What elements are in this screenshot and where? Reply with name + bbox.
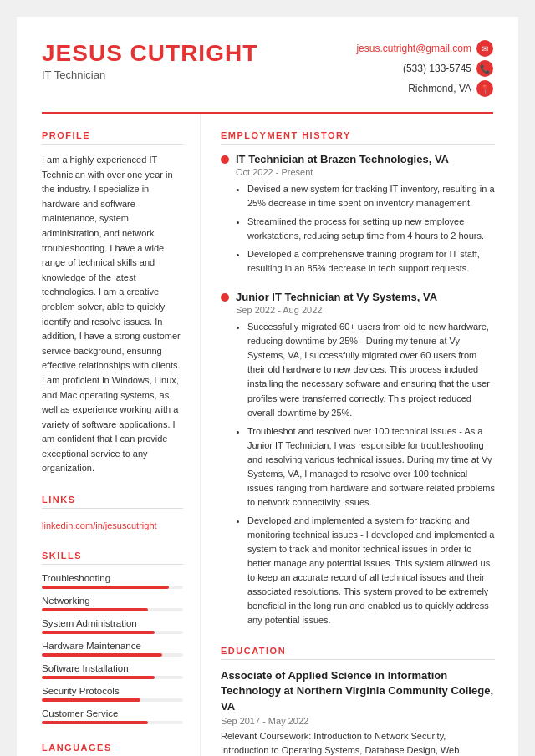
skill-bar-bg [42, 721, 183, 724]
skill-item: Troubleshooting [42, 573, 183, 589]
jobs-list: IT Technician at Brazen Technologies, VA… [221, 153, 495, 627]
bullet-item: Streamlined the process for setting up n… [247, 215, 495, 243]
job-bullets: Successfully migrated 60+ users from old… [236, 320, 495, 627]
skill-item: System Administration [42, 618, 183, 634]
candidate-title: IT Technician [42, 68, 257, 81]
skill-name: Hardware Maintenance [42, 641, 183, 651]
job-dot [221, 155, 229, 164]
candidate-name: JESUS CUTRIGHT [42, 40, 257, 67]
job-title: Junior IT Technician at Vy Systems, VA [236, 291, 437, 303]
skill-bar-fill [42, 586, 169, 589]
edu-date: Sep 2017 - May 2022 [221, 716, 495, 726]
skill-bar-bg [42, 586, 183, 589]
skill-name: Networking [42, 596, 183, 606]
job-bullets: Devised a new system for tracking IT inv… [236, 182, 495, 276]
job-item: Junior IT Technician at Vy Systems, VA S… [221, 291, 495, 627]
job-header: Junior IT Technician at Vy Systems, VA [221, 291, 495, 303]
email-icon: ✉ [476, 40, 493, 57]
education-item: Associate of Applied Science in Informat… [221, 668, 495, 756]
skill-item: Hardware Maintenance [42, 641, 183, 657]
resume-page: JESUS CUTRIGHT IT Technician jesus.cutri… [17, 17, 518, 756]
edu-degree: Associate of Applied Science in Informat… [221, 668, 495, 714]
education-section-title: EDUCATION [221, 646, 495, 660]
skill-item: Customer Service [42, 708, 183, 724]
skill-name: Customer Service [42, 708, 183, 718]
profile-section: PROFILE I am a highly experienced IT Tec… [42, 130, 183, 476]
job-date: Sep 2022 - Aug 2022 [236, 305, 495, 315]
bullet-item: Troubleshot and resolved over 100 techni… [247, 424, 495, 510]
right-column: EMPLOYMENT HISTORY IT Technician at Braz… [201, 114, 518, 756]
languages-section: LANGUAGES English [42, 743, 183, 756]
education-list: Associate of Applied Science in Informat… [221, 668, 495, 756]
contact-location: Richmond, VA 📍 [408, 80, 493, 97]
skill-item: Security Protocols [42, 686, 183, 702]
profile-section-title: PROFILE [42, 130, 183, 145]
job-dot [221, 293, 229, 302]
languages-section-title: LANGUAGES [42, 743, 183, 756]
skill-name: Software Installation [42, 663, 183, 673]
header-left: JESUS CUTRIGHT IT Technician [42, 40, 257, 81]
email-link[interactable]: jesus.cutright@gmail.com [356, 43, 471, 54]
phone-text: (533) 133-5745 [403, 63, 471, 74]
skill-bar-bg [42, 653, 183, 657]
skill-name: Security Protocols [42, 686, 183, 696]
location-icon: 📍 [476, 80, 493, 97]
skills-section-title: SKILLS [42, 551, 183, 565]
job-date: Oct 2022 - Present [236, 167, 495, 177]
body: PROFILE I am a highly experienced IT Tec… [17, 114, 518, 756]
education-section: EDUCATION Associate of Applied Science i… [221, 646, 495, 756]
skill-item: Networking [42, 596, 183, 611]
skill-bar-bg [42, 676, 183, 679]
contact-email: jesus.cutright@gmail.com ✉ [356, 40, 493, 57]
skill-bar-bg [42, 608, 183, 611]
links-section-title: LINKS [42, 495, 183, 509]
header: JESUS CUTRIGHT IT Technician jesus.cutri… [17, 17, 518, 112]
skill-bar-fill [42, 676, 155, 679]
skill-bar-bg [42, 698, 183, 702]
employment-section-title: EMPLOYMENT HISTORY [221, 130, 495, 145]
skill-name: System Administration [42, 618, 183, 628]
header-right: jesus.cutright@gmail.com ✉ (533) 133-574… [356, 40, 493, 97]
left-column: PROFILE I am a highly experienced IT Tec… [17, 114, 201, 756]
skill-bar-fill [42, 608, 148, 611]
linkedin-link[interactable]: linkedin.com/in/jesuscutright [42, 520, 157, 530]
skill-bar-fill [42, 653, 162, 657]
edu-coursework: Relevant Coursework: Introduction to Net… [221, 729, 495, 756]
skill-bar-fill [42, 721, 148, 724]
profile-text: I am a highly experienced IT Technician … [42, 153, 183, 476]
bullet-item: Developed a comprehensive training progr… [247, 247, 495, 276]
bullet-item: Successfully migrated 60+ users from old… [247, 320, 495, 419]
skill-name: Troubleshooting [42, 573, 183, 583]
skill-bar-bg [42, 631, 183, 634]
skill-bar-fill [42, 631, 155, 634]
job-header: IT Technician at Brazen Technologies, VA [221, 153, 495, 165]
contact-phone: (533) 133-5745 📞 [403, 60, 493, 77]
skills-list: Troubleshooting Networking System Admini… [42, 573, 183, 724]
job-item: IT Technician at Brazen Technologies, VA… [221, 153, 495, 276]
phone-icon: 📞 [476, 60, 493, 77]
links-section: LINKS linkedin.com/in/jesuscutright [42, 495, 183, 532]
job-title: IT Technician at Brazen Technologies, VA [236, 153, 449, 165]
skill-item: Software Installation [42, 663, 183, 679]
bullet-item: Developed and implemented a system for t… [247, 514, 495, 627]
employment-section: EMPLOYMENT HISTORY IT Technician at Braz… [221, 130, 495, 627]
skill-bar-fill [42, 698, 140, 702]
skills-section: SKILLS Troubleshooting Networking System… [42, 551, 183, 724]
bullet-item: Devised a new system for tracking IT inv… [247, 182, 495, 211]
location-text: Richmond, VA [408, 83, 471, 94]
